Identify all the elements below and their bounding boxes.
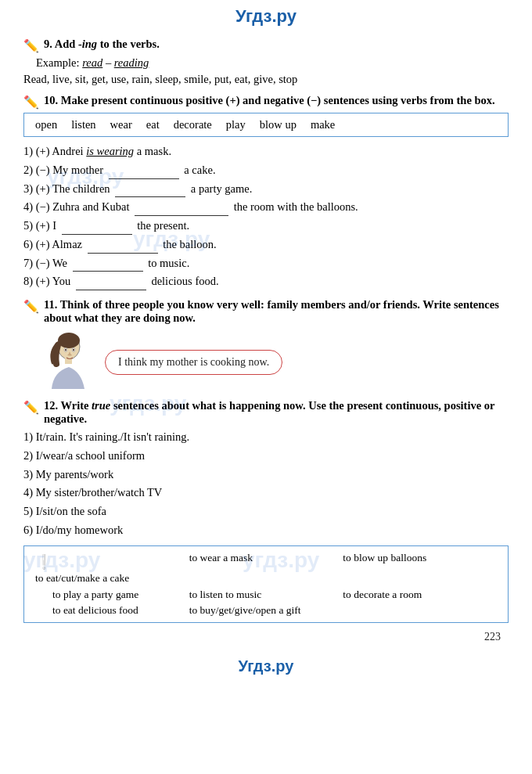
verb-box: open listen wear eat decorate play blow … [23,113,509,137]
bottom-reference-box: ❕ to eat/cut/make a cake to wear a mask … [23,545,509,623]
blank-5 [62,234,132,235]
box-item-3-1: to eat delicious food [35,603,189,617]
sentence-10-4: 4) (−) Zuhra and Kubat the room with the… [23,199,509,216]
svg-point-6 [73,349,74,351]
site-footer: Угдз.ру [0,651,532,682]
sentences-list-12: 1) It/rain. It's raining./It isn't raini… [23,429,509,539]
verb-open: open [32,117,68,133]
avatar [39,333,92,391]
verb-eat: eat [143,117,171,133]
sentence-10-5: 5) (+) I the present. [23,218,509,235]
site-header: Угдз.ру [0,0,532,30]
sentence-12-1: 1) It/rain. It's raining./It isn't raini… [23,429,509,446]
true-word: true [92,399,110,412]
verb-play: play [223,117,257,133]
exercise-9-label: 9. Add -ing to the verbs. [44,38,160,51]
sentence-10-6: 6) (+) Almaz the balloon. [23,236,509,254]
exercise-9-title: ✏️ 9. Add -ing to the verbs. [23,38,509,53]
page-number: 223 [23,631,509,643]
box-item-3-3 [343,603,497,617]
exercise-12-label: 12. Write true sentences about what is h… [44,399,509,426]
sentence-10-3: 3) (+) The children a party game. [23,181,509,198]
box-item-1-2: to wear a mask [189,551,343,586]
page-content: ✏️ 9. Add -ing to the verbs. Example: re… [0,30,532,651]
blank-8 [76,290,146,290]
box-item-3-2: to buy/get/give/open a gift [189,603,343,617]
exclamation-icon: ❕ [35,553,189,571]
blank-6 [88,253,158,254]
exercise-10: ✏️ 10. Make present continuous positive … [23,94,509,290]
exercise-11-label: 11. Think of three people you know very … [44,298,509,325]
sentence-10-2: 2) (−) My mother a cake. [23,162,509,179]
sentences-list-10: 1) (+) Andrei is wearing a mask. 2) (−) … [23,143,509,290]
think-bubble-area: I think my mother is cooking now. [39,333,509,391]
exercise-11-title: ✏️ 11. Think of three people you know ve… [23,298,509,325]
sentence-10-8: 8) (+) You delicious food. [23,273,509,290]
pencil-icon-12: ✏️ [23,400,39,415]
is-wearing: is wearing [86,145,134,157]
verb-listen: listen [68,117,106,133]
box-item-2-3: to decorate a room [343,588,497,602]
sentence-12-2: 2) I/wear/a school uniform [23,448,509,465]
sentence-12-5: 5) I/sit/on the sofa [23,503,509,520]
exercise-12: ✏️ 12. Write true sentences about what i… [23,399,509,623]
pencil-icon-9: ✏️ [23,38,39,53]
verb-blowup: blow up [257,117,307,133]
box-item-1-3: to blow up balloons [343,551,497,586]
exercise-12-title: ✏️ 12. Write true sentences about what i… [23,399,509,426]
blank-2 [109,178,179,179]
blank-7 [73,271,143,272]
exercise-9: ✏️ 9. Add -ing to the verbs. Example: re… [23,38,509,86]
exercise-10-title: ✏️ 10. Make present continuous positive … [23,94,509,110]
exercise-10-label: 10. Make present continuous positive (+)… [44,94,495,107]
exercise-11: ✏️ 11. Think of three people you know ve… [23,298,509,391]
page: угдз.ру угдз.ру угдз.ру угдз.ру угдз.ру … [0,0,532,774]
exercise-9-example: Example: read – reading [36,56,509,70]
blank-4 [135,215,228,216]
svg-point-1 [58,333,80,348]
bubble-text: I think my mother is cooking now. [118,356,269,368]
pencil-icon-10: ✏️ [23,95,39,110]
pencil-icon-11: ✏️ [23,299,39,314]
example-result: reading [114,56,149,69]
speech-bubble: I think my mother is cooking now. [105,350,282,375]
verb-decorate: decorate [171,117,223,133]
sentence-10-1: 1) (+) Andrei is wearing a mask. [23,143,509,160]
svg-point-4 [65,349,66,351]
sentence-10-7: 7) (−) We to music. [23,255,509,272]
exercise-9-words: Read, live, sit, get, use, rain, sleep, … [23,73,509,86]
verb-make: make [307,117,346,133]
box-item-1-1: ❕ to eat/cut/make a cake [35,551,189,586]
sentence-12-6: 6) I/do/my homework [23,522,509,539]
blank-3 [115,196,185,197]
sentence-12-3: 3) My parents/work [23,466,509,484]
box-item-2-2: to listen to music [189,588,343,602]
box-item-2-1: to play a party game [35,588,189,602]
verb-wear: wear [107,117,143,133]
sentence-12-4: 4) My sister/brother/watch TV [23,484,509,502]
